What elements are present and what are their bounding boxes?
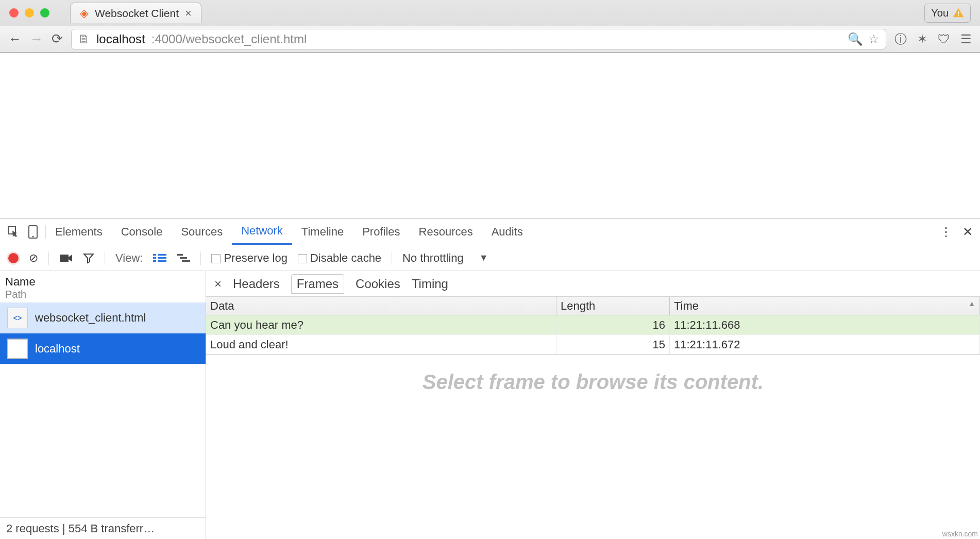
profile-label: You — [931, 7, 949, 19]
close-window-icon[interactable] — [9, 8, 19, 18]
more-icon[interactable]: ⋮ — [940, 225, 952, 239]
record-icon[interactable] — [8, 253, 19, 263]
svg-rect-7 — [158, 254, 166, 256]
warning-icon — [953, 7, 964, 19]
clear-icon[interactable]: ⊘ — [29, 251, 38, 265]
sort-icon: ▲ — [968, 299, 975, 308]
svg-rect-0 — [958, 11, 959, 14]
shield-icon[interactable]: 🛡 — [938, 32, 950, 46]
device-icon[interactable] — [28, 225, 38, 239]
waterfall-view-icon[interactable] — [177, 253, 190, 263]
watermark: wsxkn.com — [942, 530, 978, 538]
tab-favicon-icon: ◈ — [80, 7, 89, 20]
svg-rect-8 — [153, 257, 156, 259]
request-name: localhost — [35, 342, 80, 356]
svg-rect-14 — [182, 260, 190, 262]
minimize-window-icon[interactable] — [25, 8, 34, 18]
name-column-header[interactable]: Name Path — [0, 271, 206, 302]
zoom-icon[interactable]: 🔍 — [848, 32, 863, 46]
camera-icon[interactable] — [59, 253, 73, 263]
extension-icons: ⓘ ✶ 🛡 ☰ — [894, 31, 972, 47]
file-icon — [7, 339, 28, 359]
frame-row[interactable]: Can you hear me?1611:21:11.668 — [206, 315, 980, 335]
detail-tab-headers[interactable]: Headers — [233, 277, 280, 291]
frame-time: 11:21:11.672 — [670, 335, 980, 354]
inspect-icon[interactable] — [7, 226, 20, 238]
frames-table: Data Length Time▲ Can you hear me?1611:2… — [206, 297, 980, 355]
frame-row[interactable]: Loud and clear!1511:21:11.672 — [206, 335, 980, 355]
devtools-tab-timeline[interactable]: Timeline — [292, 218, 353, 245]
preserve-log-checkbox[interactable]: Preserve log — [211, 251, 288, 265]
forward-icon[interactable]: → — [30, 31, 43, 47]
devtools-tab-console[interactable]: Console — [112, 218, 172, 245]
frames-header: Data Length Time▲ — [206, 297, 980, 315]
view-label: View: — [115, 251, 143, 265]
devtools-tab-network[interactable]: Network — [232, 218, 292, 245]
svg-rect-5 — [60, 255, 69, 262]
chevron-down-icon: ▼ — [479, 252, 488, 263]
devtools-body: Name Path <>websocket_client.htmllocalho… — [0, 271, 980, 539]
file-icon: <> — [7, 308, 28, 328]
svg-point-4 — [32, 235, 34, 237]
page-viewport — [0, 53, 980, 218]
status-bar: 2 requests | 554 B transferr… — [0, 517, 206, 539]
back-icon[interactable]: ← — [8, 31, 22, 47]
throttling-select[interactable]: No throttling ▼ — [402, 251, 488, 265]
reload-icon[interactable]: ⟳ — [52, 31, 63, 47]
detail-tab-frames[interactable]: Frames — [291, 274, 344, 294]
tab-title: Websocket Client — [95, 7, 179, 20]
close-devtools-icon[interactable]: ✕ — [962, 225, 973, 239]
frames-hint: Select frame to browse its content. — [206, 355, 980, 539]
devtools-tab-sources[interactable]: Sources — [172, 218, 232, 245]
devtools-tabs: ElementsConsoleSourcesNetworkTimelinePro… — [0, 218, 980, 245]
omnibox-actions: 🔍 ☆ — [848, 32, 880, 46]
devtools-tab-resources[interactable]: Resources — [410, 218, 482, 245]
devtools-tab-audits[interactable]: Audits — [482, 218, 532, 245]
close-details-icon[interactable]: × — [214, 277, 222, 291]
devtools-tab-profiles[interactable]: Profiles — [353, 218, 409, 245]
throttling-value: No throttling — [402, 251, 464, 265]
frame-time: 11:21:11.668 — [670, 315, 980, 334]
menu-icon[interactable]: ☰ — [960, 32, 972, 46]
close-tab-icon[interactable]: × — [185, 7, 192, 20]
svg-rect-10 — [153, 260, 156, 262]
address-bar[interactable]: 🗎 localhost:4000/websocket_client.html 🔍… — [71, 29, 886, 49]
request-list: Name Path <>websocket_client.htmllocalho… — [0, 271, 206, 539]
navbar: ← → ⟳ 🗎 localhost:4000/websocket_client.… — [0, 26, 980, 53]
svg-rect-12 — [177, 254, 183, 256]
devtools: ElementsConsoleSourcesNetworkTimelinePro… — [0, 218, 980, 539]
disable-cache-checkbox[interactable]: Disable cache — [298, 251, 381, 265]
detail-tab-timing[interactable]: Timing — [412, 277, 448, 291]
svg-rect-6 — [153, 254, 156, 256]
info-icon[interactable]: ⓘ — [894, 31, 907, 47]
browser-chrome: ◈ Websocket Client × You ← → ⟳ 🗎 localho… — [0, 0, 980, 53]
frame-data: Loud and clear! — [206, 335, 556, 354]
frame-data: Can you hear me? — [206, 315, 556, 334]
url-path: :4000/websocket_client.html — [151, 32, 307, 46]
titlebar: ◈ Websocket Client × You — [0, 0, 980, 26]
network-toolbar: ⊘ View: Preserve log Disable cache No th… — [0, 245, 980, 271]
request-detail: × HeadersFramesCookiesTiming Data Length… — [206, 271, 980, 539]
col-length[interactable]: Length — [556, 297, 670, 315]
request-name: websocket_client.html — [35, 311, 146, 325]
page-icon: 🗎 — [78, 32, 90, 46]
browser-tab[interactable]: ◈ Websocket Client × — [70, 3, 201, 23]
col-data[interactable]: Data — [206, 297, 556, 315]
frame-length: 15 — [556, 335, 670, 354]
devtools-tab-elements[interactable]: Elements — [46, 218, 112, 245]
detail-tab-cookies[interactable]: Cookies — [356, 277, 400, 291]
extension-icon[interactable]: ✶ — [917, 32, 927, 46]
col-time[interactable]: Time▲ — [670, 297, 980, 315]
list-view-icon[interactable] — [153, 253, 166, 263]
profile-button[interactable]: You — [924, 4, 971, 23]
svg-rect-1 — [958, 15, 959, 16]
bookmark-icon[interactable]: ☆ — [868, 32, 880, 46]
request-item[interactable]: localhost — [0, 333, 206, 364]
svg-rect-9 — [158, 257, 166, 259]
request-item[interactable]: <>websocket_client.html — [0, 302, 206, 333]
url-host: localhost — [96, 32, 145, 46]
window-controls — [9, 8, 49, 18]
filter-icon[interactable] — [83, 252, 94, 264]
svg-rect-11 — [158, 260, 166, 262]
maximize-window-icon[interactable] — [40, 8, 49, 18]
